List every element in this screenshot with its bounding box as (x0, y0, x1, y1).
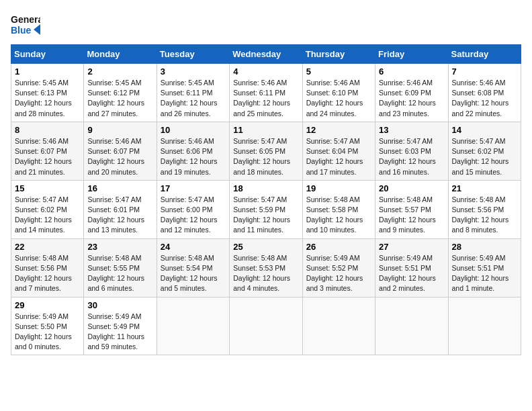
day-info: Sunrise: 5:46 AMSunset: 6:09 PMDaylight:… (379, 79, 436, 118)
calendar-week-5: 29 Sunrise: 5:49 AMSunset: 5:50 PMDaylig… (11, 297, 521, 355)
day-number: 8 (15, 125, 80, 135)
calendar-cell: 10 Sunrise: 5:46 AMSunset: 6:06 PMDaylig… (157, 122, 229, 180)
calendar-cell: 30 Sunrise: 5:49 AMSunset: 5:49 PMDaylig… (84, 297, 157, 355)
logo: General Blue (11, 11, 40, 36)
day-info: Sunrise: 5:47 AMSunset: 6:04 PMDaylight:… (306, 137, 363, 176)
svg-marker-2 (34, 24, 40, 35)
day-info: Sunrise: 5:47 AMSunset: 6:03 PMDaylight:… (379, 137, 436, 176)
day-info: Sunrise: 5:45 AMSunset: 6:13 PMDaylight:… (15, 79, 72, 118)
day-number: 18 (233, 183, 298, 193)
day-info: Sunrise: 5:45 AMSunset: 6:12 PMDaylight:… (87, 79, 144, 118)
day-number: 30 (87, 300, 152, 310)
calendar-cell: 8 Sunrise: 5:46 AMSunset: 6:07 PMDayligh… (11, 122, 84, 180)
calendar-cell: 9 Sunrise: 5:46 AMSunset: 6:07 PMDayligh… (84, 122, 157, 180)
calendar-cell: 28 Sunrise: 5:49 AMSunset: 5:51 PMDaylig… (448, 238, 521, 297)
day-number: 6 (379, 66, 444, 77)
day-number: 12 (306, 125, 371, 135)
day-header-sunday: Sunday (11, 45, 84, 64)
day-info: Sunrise: 5:48 AMSunset: 5:56 PMDaylight:… (452, 195, 509, 234)
calendar-cell (302, 297, 375, 355)
calendar-cell: 22 Sunrise: 5:48 AMSunset: 5:56 PMDaylig… (11, 238, 84, 297)
day-info: Sunrise: 5:47 AMSunset: 6:02 PMDaylight:… (15, 195, 72, 234)
calendar-week-2: 8 Sunrise: 5:46 AMSunset: 6:07 PMDayligh… (11, 122, 521, 180)
day-info: Sunrise: 5:45 AMSunset: 6:11 PMDaylight:… (161, 79, 218, 118)
day-number: 15 (15, 183, 80, 193)
calendar-cell: 27 Sunrise: 5:49 AMSunset: 5:51 PMDaylig… (375, 238, 448, 297)
calendar-cell: 16 Sunrise: 5:47 AMSunset: 6:01 PMDaylig… (84, 180, 157, 238)
day-header-thursday: Thursday (302, 45, 375, 64)
svg-text:General: General (11, 14, 40, 25)
calendar-cell (230, 297, 302, 355)
calendar-cell: 1 Sunrise: 5:45 AMSunset: 6:13 PMDayligh… (11, 64, 84, 122)
calendar-cell: 13 Sunrise: 5:47 AMSunset: 6:03 PMDaylig… (375, 122, 448, 180)
day-info: Sunrise: 5:49 AMSunset: 5:51 PMDaylight:… (379, 254, 436, 293)
day-number: 23 (87, 242, 152, 252)
day-info: Sunrise: 5:46 AMSunset: 6:07 PMDaylight:… (15, 137, 72, 176)
day-number: 14 (452, 125, 517, 135)
calendar-cell: 7 Sunrise: 5:46 AMSunset: 6:08 PMDayligh… (448, 64, 521, 122)
calendar-week-1: 1 Sunrise: 5:45 AMSunset: 6:13 PMDayligh… (11, 64, 521, 122)
day-info: Sunrise: 5:47 AMSunset: 6:00 PMDaylight:… (161, 195, 218, 234)
calendar-cell: 15 Sunrise: 5:47 AMSunset: 6:02 PMDaylig… (11, 180, 84, 238)
calendar-cell (157, 297, 229, 355)
day-info: Sunrise: 5:46 AMSunset: 6:06 PMDaylight:… (161, 137, 218, 176)
day-info: Sunrise: 5:49 AMSunset: 5:51 PMDaylight:… (452, 254, 509, 293)
day-info: Sunrise: 5:48 AMSunset: 5:57 PMDaylight:… (379, 195, 436, 234)
day-number: 21 (452, 183, 517, 193)
calendar-cell: 26 Sunrise: 5:49 AMSunset: 5:52 PMDaylig… (302, 238, 375, 297)
calendar-cell (448, 297, 521, 355)
day-header-monday: Monday (84, 45, 157, 64)
day-number: 9 (87, 125, 152, 135)
day-info: Sunrise: 5:49 AMSunset: 5:50 PMDaylight:… (15, 312, 72, 351)
day-info: Sunrise: 5:46 AMSunset: 6:07 PMDaylight:… (87, 137, 144, 176)
day-number: 7 (452, 66, 517, 77)
day-header-friday: Friday (375, 45, 448, 64)
day-number: 22 (15, 242, 80, 252)
calendar-cell: 2 Sunrise: 5:45 AMSunset: 6:12 PMDayligh… (84, 64, 157, 122)
day-number: 20 (379, 183, 444, 193)
day-info: Sunrise: 5:48 AMSunset: 5:56 PMDaylight:… (15, 254, 72, 293)
day-info: Sunrise: 5:48 AMSunset: 5:54 PMDaylight:… (161, 254, 218, 293)
calendar-cell: 11 Sunrise: 5:47 AMSunset: 6:05 PMDaylig… (230, 122, 302, 180)
header: General Blue (11, 11, 521, 36)
calendar-cell: 24 Sunrise: 5:48 AMSunset: 5:54 PMDaylig… (157, 238, 229, 297)
calendar-cell: 14 Sunrise: 5:47 AMSunset: 6:02 PMDaylig… (448, 122, 521, 180)
day-number: 1 (15, 66, 80, 77)
day-info: Sunrise: 5:47 AMSunset: 6:05 PMDaylight:… (233, 137, 290, 176)
day-number: 26 (306, 242, 371, 252)
day-number: 13 (379, 125, 444, 135)
calendar-cell: 25 Sunrise: 5:48 AMSunset: 5:53 PMDaylig… (230, 238, 302, 297)
day-number: 10 (161, 125, 226, 135)
calendar-cell: 6 Sunrise: 5:46 AMSunset: 6:09 PMDayligh… (375, 64, 448, 122)
day-number: 5 (306, 66, 371, 77)
day-info: Sunrise: 5:48 AMSunset: 5:58 PMDaylight:… (306, 195, 363, 234)
day-number: 4 (233, 66, 298, 77)
calendar-cell (375, 297, 448, 355)
calendar-cell: 4 Sunrise: 5:46 AMSunset: 6:11 PMDayligh… (230, 64, 302, 122)
day-number: 3 (161, 66, 226, 77)
svg-text:Blue: Blue (11, 25, 32, 36)
day-number: 28 (452, 242, 517, 252)
calendar-cell: 23 Sunrise: 5:48 AMSunset: 5:55 PMDaylig… (84, 238, 157, 297)
calendar: SundayMondayTuesdayWednesdayThursdayFrid… (11, 44, 521, 355)
day-info: Sunrise: 5:47 AMSunset: 5:59 PMDaylight:… (233, 195, 290, 234)
calendar-cell: 29 Sunrise: 5:49 AMSunset: 5:50 PMDaylig… (11, 297, 84, 355)
calendar-cell: 21 Sunrise: 5:48 AMSunset: 5:56 PMDaylig… (448, 180, 521, 238)
day-number: 27 (379, 242, 444, 252)
calendar-week-4: 22 Sunrise: 5:48 AMSunset: 5:56 PMDaylig… (11, 238, 521, 297)
day-number: 29 (15, 300, 80, 310)
day-header-saturday: Saturday (448, 45, 521, 64)
day-info: Sunrise: 5:48 AMSunset: 5:53 PMDaylight:… (233, 254, 290, 293)
calendar-cell: 19 Sunrise: 5:48 AMSunset: 5:58 PMDaylig… (302, 180, 375, 238)
calendar-cell: 18 Sunrise: 5:47 AMSunset: 5:59 PMDaylig… (230, 180, 302, 238)
calendar-cell: 3 Sunrise: 5:45 AMSunset: 6:11 PMDayligh… (157, 64, 229, 122)
day-header-tuesday: Tuesday (157, 45, 229, 64)
day-number: 17 (161, 183, 226, 193)
calendar-cell: 12 Sunrise: 5:47 AMSunset: 6:04 PMDaylig… (302, 122, 375, 180)
day-info: Sunrise: 5:48 AMSunset: 5:55 PMDaylight:… (87, 254, 144, 293)
day-number: 16 (87, 183, 152, 193)
day-info: Sunrise: 5:46 AMSunset: 6:11 PMDaylight:… (233, 79, 290, 118)
calendar-week-3: 15 Sunrise: 5:47 AMSunset: 6:02 PMDaylig… (11, 180, 521, 238)
day-number: 2 (87, 66, 152, 77)
day-info: Sunrise: 5:47 AMSunset: 6:02 PMDaylight:… (452, 137, 509, 176)
